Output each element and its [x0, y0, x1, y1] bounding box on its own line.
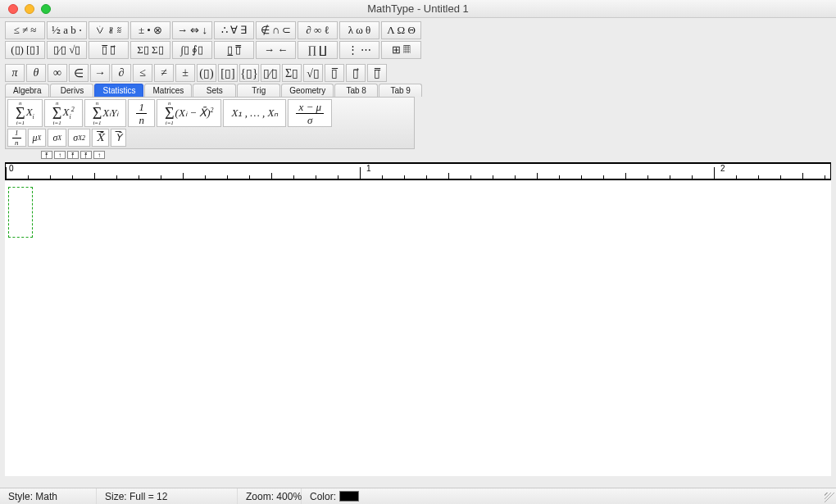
status-style[interactable]: Style: Math	[0, 488, 97, 504]
expr-one-over-n[interactable]: 1 n	[128, 99, 155, 127]
sym-vector[interactable]: ▯⃗	[346, 64, 366, 82]
titlebar: MathType - Untitled 1	[0, 0, 836, 18]
pal-matrix[interactable]: ⋮ ⋯	[339, 41, 379, 59]
sym-ne[interactable]: ≠	[154, 64, 174, 82]
sym-le[interactable]: ≤	[133, 64, 152, 82]
align-icon-2[interactable]: ↑	[54, 151, 66, 159]
pal-fences[interactable]: (▯) [▯]	[5, 41, 45, 59]
pal-summation[interactable]: Σ▯ Σ▯	[130, 41, 170, 59]
expr-xbar[interactable]: X̄	[92, 129, 109, 147]
expr-sum-xiyi[interactable]: n Σ i=1 XᵢYᵢ	[84, 99, 127, 127]
sym-pm[interactable]: ±	[175, 64, 195, 82]
symbol-palette: ≤ ≠ ≈ ¹⁄₂ a b ⋅ ⩒ ∦ ≋ ± • ⊗ → ⇔ ↓ ∴ ∀ ∃ …	[0, 18, 836, 61]
ruler: 0 1 2	[5, 162, 831, 179]
sym-sum[interactable]: Σ▯	[282, 64, 302, 82]
sigma-icon: Σ	[165, 106, 175, 120]
pal-boxes[interactable]: ⊞ 𝄜	[381, 41, 421, 59]
pal-operators[interactable]: ± • ⊗	[130, 21, 170, 39]
sym-bracket[interactable]: [▯]	[218, 64, 238, 82]
expr-zscore[interactable]: x − μ σ	[288, 99, 332, 127]
zoom-label: Zoom:	[246, 491, 274, 502]
tab-sets[interactable]: Sets	[193, 84, 236, 97]
sym-pi[interactable]: π	[5, 64, 25, 82]
close-icon[interactable]	[8, 4, 18, 14]
tab-algebra[interactable]: Algebra	[5, 84, 49, 97]
expr-sigma-x[interactable]: σX	[48, 129, 66, 147]
sum-lower-limit: i=1	[16, 120, 25, 125]
pal-spaces[interactable]: ¹⁄₂ a b ⋅	[47, 21, 87, 39]
maximize-icon[interactable]	[41, 4, 51, 14]
window-title: MathType - Untitled 1	[0, 2, 836, 15]
expr-sum-xi[interactable]: n Σ i=1 Xi	[7, 99, 43, 127]
pal-logical[interactable]: ∴ ∀ ∃	[214, 21, 254, 39]
sym-hat[interactable]: ▯̿	[367, 64, 387, 82]
expr-sum-sq-dev[interactable]: n Σ i=1 (Xᵢ − X̄)2	[157, 99, 222, 127]
pal-arrows[interactable]: → ⇔ ↓	[172, 21, 212, 39]
align-icon-4[interactable]: ⭱	[80, 151, 92, 159]
size-value: Full = 12	[129, 491, 167, 502]
sym-arrow[interactable]: →	[90, 64, 110, 82]
small-symbol-bar: π θ ∞ ∈ → ∂ ≤ ≠ ± (▯) [▯] {▯} ▯⁄▯ Σ▯ √▯ …	[0, 61, 836, 84]
style-value: Math	[35, 491, 57, 502]
palette-row-2: (▯) [▯] ▯⁄▯ √▯ ▯̅ ▯⃗ Σ▯ Σ▯ ∫▯ ∮▯ ▯̲ ▯̿ →…	[5, 41, 831, 59]
tab-8[interactable]: Tab 8	[334, 84, 378, 97]
pal-embellish[interactable]: ⩒ ∦ ≋	[89, 21, 129, 39]
align-icon-1[interactable]: ⭱	[41, 151, 52, 159]
pal-sub-sup[interactable]: ▯̅ ▯⃗	[89, 41, 129, 59]
pal-integral[interactable]: ∫▯ ∮▯	[172, 41, 212, 59]
sym-partial[interactable]: ∂	[111, 64, 131, 82]
sigma-icon: Σ	[16, 106, 25, 120]
ruler-mark-2: 2	[720, 164, 725, 173]
pal-settheory[interactable]: ∉ ∩ ⊂	[256, 21, 296, 39]
align-icon-3[interactable]: ⭱	[67, 151, 79, 159]
pal-relational[interactable]: ≤ ≠ ≈	[5, 21, 45, 39]
status-size[interactable]: Size: Full = 12	[97, 488, 238, 504]
tab-derivs[interactable]: Derivs	[50, 84, 93, 97]
status-color[interactable]: Color:	[302, 488, 367, 504]
expression-row-1: n Σ i=1 Xi n Σ i=1 Xi2 n Σ i=1 XᵢYᵢ	[7, 99, 412, 127]
editor-canvas[interactable]	[5, 179, 831, 476]
pal-products[interactable]: ∏ ∐	[298, 41, 338, 59]
resize-grip-icon[interactable]	[825, 493, 834, 502]
zoom-value: 400%	[276, 491, 302, 502]
expr-ybar[interactable]: Ȳ	[111, 129, 126, 147]
expr-sum-xi2[interactable]: n Σ i=1 Xi2	[44, 99, 83, 127]
pal-frac-radical[interactable]: ▯⁄▯ √▯	[47, 41, 87, 59]
sym-brace[interactable]: {▯}	[239, 64, 259, 82]
tab-matrices[interactable]: Matrices	[144, 84, 192, 97]
color-swatch[interactable]	[339, 491, 359, 502]
pal-misc[interactable]: ∂ ∞ ℓ	[298, 21, 338, 39]
tab-statistics[interactable]: Statistics	[94, 84, 143, 97]
expression-bar: n Σ i=1 Xi n Σ i=1 Xi2 n Σ i=1 XᵢYᵢ	[5, 97, 415, 149]
pal-over-under[interactable]: ▯̲ ▯̿	[214, 41, 254, 59]
palette-row-1: ≤ ≠ ≈ ¹⁄₂ a b ⋅ ⩒ ∦ ≋ ± • ⊗ → ⇔ ↓ ∴ ∀ ∃ …	[5, 21, 831, 39]
pal-labeled-arrow[interactable]: → ←	[256, 41, 296, 59]
sym-element[interactable]: ∈	[69, 64, 89, 82]
expr-mu-x[interactable]: μX	[28, 129, 47, 147]
tab-geometry[interactable]: Geometry	[281, 84, 334, 97]
pal-greek-lower[interactable]: λ ω θ	[339, 21, 379, 39]
sym-infinity[interactable]: ∞	[48, 64, 67, 82]
ruler-mark-1: 1	[366, 164, 371, 173]
sym-paren[interactable]: (▯)	[197, 64, 216, 82]
sym-theta[interactable]: θ	[26, 64, 46, 82]
align-controls: ⭱ ↑ ⭱ ⭱ ↑	[0, 149, 836, 161]
window-controls	[8, 4, 51, 14]
sym-overbar[interactable]: ▯̅	[325, 64, 344, 82]
expr-x1-to-xn[interactable]: X₁ , … , Xₙ	[223, 99, 286, 127]
sym-sqrt[interactable]: √▯	[303, 64, 323, 82]
insertion-slot[interactable]	[8, 187, 33, 238]
align-icon-5[interactable]: ↑	[93, 151, 105, 159]
ruler-mark-0: 0	[9, 164, 14, 173]
sym-frac[interactable]: ▯⁄▯	[261, 64, 280, 82]
status-zoom[interactable]: Zoom: 400%	[238, 488, 302, 504]
minimize-icon[interactable]	[25, 4, 34, 14]
expr-sigma2-x[interactable]: σX2	[68, 129, 90, 147]
pal-greek-upper[interactable]: Λ Ω Θ	[381, 21, 421, 39]
tab-trig[interactable]: Trig	[237, 84, 280, 97]
style-label: Style:	[8, 491, 33, 502]
expr-small-one-over-n[interactable]: 1 n	[7, 129, 26, 147]
ruler-scale[interactable]: 0 1 2	[5, 164, 831, 179]
sigma-icon: Σ	[93, 106, 102, 120]
tab-9[interactable]: Tab 9	[379, 84, 422, 97]
